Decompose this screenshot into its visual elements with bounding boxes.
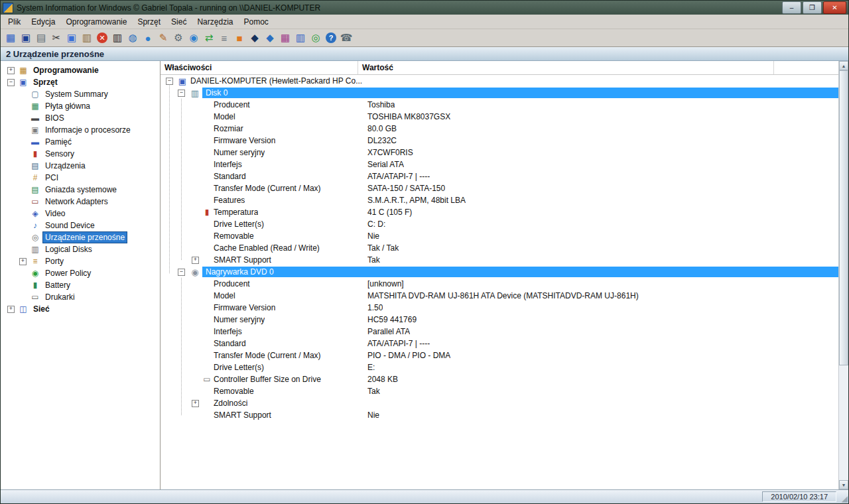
fax-icon[interactable]: ☎ bbox=[339, 31, 354, 45]
tree-expander[interactable]: + bbox=[192, 400, 199, 407]
vertical-scrollbar[interactable]: ▲ ▼ bbox=[838, 61, 848, 489]
save-icon[interactable]: ▣ bbox=[19, 31, 33, 45]
group-row-nagrywarka-dvd-0[interactable]: −◉Nagrywarka DVD 0 bbox=[161, 266, 838, 278]
table-row[interactable]: ProducentToshiba bbox=[161, 99, 838, 111]
cd-icon[interactable]: ◉ bbox=[186, 31, 201, 45]
sidebar-item-battery[interactable]: ▮Battery bbox=[1, 279, 160, 291]
sidebar-item-sieć[interactable]: +◫Sieć bbox=[1, 303, 160, 315]
table-row[interactable]: Numer seryjnyHC59 441769 bbox=[161, 314, 838, 326]
root-node-row[interactable]: −▣DANIEL-KOMPUTER (Hewlett-Packard HP Co… bbox=[161, 75, 838, 87]
tools-icon[interactable]: ⚙ bbox=[171, 31, 186, 45]
table-icon[interactable]: ▦ bbox=[278, 31, 293, 45]
table-row[interactable]: Transfer Mode (Current / Max)PIO - DMA /… bbox=[161, 349, 838, 361]
tree-expander[interactable]: − bbox=[178, 90, 185, 97]
minimize-button[interactable]: – bbox=[782, 1, 801, 14]
sidebar-item-sprzęt[interactable]: −▣Sprzęt bbox=[1, 76, 160, 88]
tree-expander[interactable]: − bbox=[178, 269, 185, 276]
sidebar-item-sound-device[interactable]: ♪Sound Device bbox=[1, 220, 160, 231]
table-row[interactable]: Rozmiar80.0 GB bbox=[161, 123, 838, 135]
table-row[interactable]: ▮Temperatura41 C (105 F) bbox=[161, 206, 838, 218]
column-properties[interactable]: Właściwości bbox=[161, 61, 358, 74]
search-icon[interactable]: ◍ bbox=[125, 31, 140, 45]
title-bar[interactable]: System Information for Windows © Gabriel… bbox=[1, 1, 848, 15]
tree-expander[interactable]: + bbox=[7, 306, 15, 313]
app-grid-icon[interactable]: ▦ bbox=[3, 31, 18, 45]
table-row[interactable]: Drive Letter(s)E: bbox=[161, 361, 838, 373]
menu-narzędzia[interactable]: Narzędzia bbox=[192, 16, 238, 28]
table-row[interactable]: Transfer Mode (Current / Max)SATA-150 / … bbox=[161, 182, 838, 194]
globe-icon[interactable]: ● bbox=[141, 31, 155, 45]
sidebar-item-logical-disks[interactable]: ▥Logical Disks bbox=[1, 243, 160, 255]
table-row[interactable]: Numer seryjnyX7CWF0RIS bbox=[161, 147, 838, 158]
edit-icon[interactable]: ✎ bbox=[156, 31, 170, 45]
refresh-icon[interactable]: ⇄ bbox=[202, 31, 216, 45]
sidebar-item-power-policy[interactable]: ◉Power Policy bbox=[1, 267, 160, 279]
menu-sieć[interactable]: Sieć bbox=[166, 16, 192, 28]
table-row[interactable]: +Zdolności bbox=[161, 397, 838, 409]
table-row[interactable]: Firmware Version1.50 bbox=[161, 302, 838, 314]
clock-icon[interactable]: ◎ bbox=[308, 31, 323, 45]
sidebar-item-gniazda-systemowe[interactable]: ▤Gniazda systemowe bbox=[1, 184, 160, 196]
sidebar-item-pamięć[interactable]: ▬Pamięć bbox=[1, 136, 160, 148]
sidebar-item-pci[interactable]: #PCI bbox=[1, 172, 160, 184]
table-row[interactable]: StandardATA/ATAPI-7 | ---- bbox=[161, 338, 838, 349]
menu-pomoc[interactable]: Pomoc bbox=[238, 16, 273, 28]
tree-expander[interactable]: − bbox=[166, 78, 173, 85]
tree-expander[interactable]: + bbox=[7, 67, 15, 74]
sidebar-item-system-summary[interactable]: ▢System Summary bbox=[1, 88, 160, 100]
security-icon[interactable]: ◆ bbox=[247, 31, 262, 45]
table-row[interactable]: RemovableNie bbox=[161, 230, 838, 242]
database-icon[interactable]: ▥ bbox=[293, 31, 308, 45]
table-row[interactable]: Drive Letter(s)C: D: bbox=[161, 218, 838, 230]
close-button[interactable]: ✕ bbox=[823, 1, 846, 14]
table-row[interactable]: ▭Controller Buffer Size on Drive2048 KB bbox=[161, 373, 838, 385]
sidebar-item-sensory[interactable]: ▮Sensory bbox=[1, 148, 160, 160]
sidebar-item-płyta-główna[interactable]: ▦Płyta główna bbox=[1, 100, 160, 112]
table-row[interactable]: StandardATA/ATAPI-7 | ---- bbox=[161, 170, 838, 182]
bios-icon[interactable]: ■ bbox=[232, 31, 247, 45]
tree-expander[interactable]: − bbox=[7, 79, 15, 86]
print-icon[interactable]: ▤ bbox=[34, 31, 48, 45]
table-row[interactable]: Firmware VersionDL232C bbox=[161, 135, 838, 147]
tree-expander[interactable]: + bbox=[192, 257, 199, 264]
report-icon[interactable]: ▥ bbox=[110, 31, 125, 45]
scrollbar-thumb[interactable] bbox=[839, 70, 848, 365]
scrollbar-track[interactable] bbox=[839, 70, 848, 480]
table-row[interactable]: ModelMATSHITA DVD-RAM UJ-861H ATA Device… bbox=[161, 290, 838, 302]
sidebar-item-urządzenie-przenośne[interactable]: ◎Urządzenie przenośne bbox=[1, 231, 160, 243]
resize-grip[interactable]: ◢ bbox=[842, 495, 848, 503]
column-value[interactable]: Wartość bbox=[358, 61, 774, 74]
copy-icon[interactable]: ▣ bbox=[64, 31, 79, 45]
table-row[interactable]: RemovableTak bbox=[161, 385, 838, 397]
scroll-up-icon[interactable]: ▲ bbox=[839, 61, 848, 70]
sidebar-item-video[interactable]: ◈Video bbox=[1, 208, 160, 220]
row-expander[interactable]: + bbox=[192, 400, 200, 407]
table-row[interactable]: FeaturesS.M.A.R.T., APM, 48bit LBA bbox=[161, 194, 838, 206]
maximize-button[interactable]: ❒ bbox=[803, 1, 822, 14]
menu-edycja[interactable]: Edycja bbox=[26, 16, 60, 28]
table-row[interactable]: Cache Enabled (Read / Write)Tak / Tak bbox=[161, 242, 838, 254]
sidebar-item-urządzenia[interactable]: ▤Urządzenia bbox=[1, 160, 160, 172]
menu-sprzęt[interactable]: Sprzęt bbox=[132, 16, 166, 28]
table-row[interactable]: InterfejsSerial ATA bbox=[161, 158, 838, 170]
stop-icon[interactable]: ✕ bbox=[97, 32, 107, 43]
table-row[interactable]: ModelTOSHIBA MK8037GSX bbox=[161, 111, 838, 123]
scroll-down-icon[interactable]: ▼ bbox=[839, 480, 848, 489]
menu-oprogramowanie[interactable]: Oprogramowanie bbox=[60, 16, 132, 28]
paste-icon[interactable]: ▥ bbox=[80, 31, 94, 45]
sidebar-item-network-adapters[interactable]: ▭Network Adapters bbox=[1, 196, 160, 208]
group-row-disk-0[interactable]: −▥Disk 0 bbox=[161, 87, 838, 99]
doc-icon[interactable]: ≡ bbox=[217, 31, 231, 45]
sidebar-item-oprogramowanie[interactable]: +▦Oprogramowanie bbox=[1, 64, 160, 76]
sidebar-item-porty[interactable]: +≡Porty bbox=[1, 255, 160, 267]
table-row[interactable]: Producent[unknown] bbox=[161, 278, 838, 290]
menu-plik[interactable]: Plik bbox=[3, 16, 26, 28]
cut-icon[interactable]: ✂ bbox=[49, 31, 64, 45]
row-expander[interactable]: + bbox=[192, 257, 200, 264]
table-row[interactable]: InterfejsParallel ATA bbox=[161, 326, 838, 338]
sidebar-item-informacje-o-procesorze[interactable]: ▣Informacje o procesorze bbox=[1, 124, 160, 136]
help-icon[interactable]: ? bbox=[326, 32, 336, 43]
table-row[interactable]: SMART SupportNie bbox=[161, 409, 838, 421]
shield-icon[interactable]: ◆ bbox=[263, 31, 277, 45]
table-row[interactable]: +SMART SupportTak bbox=[161, 254, 838, 266]
